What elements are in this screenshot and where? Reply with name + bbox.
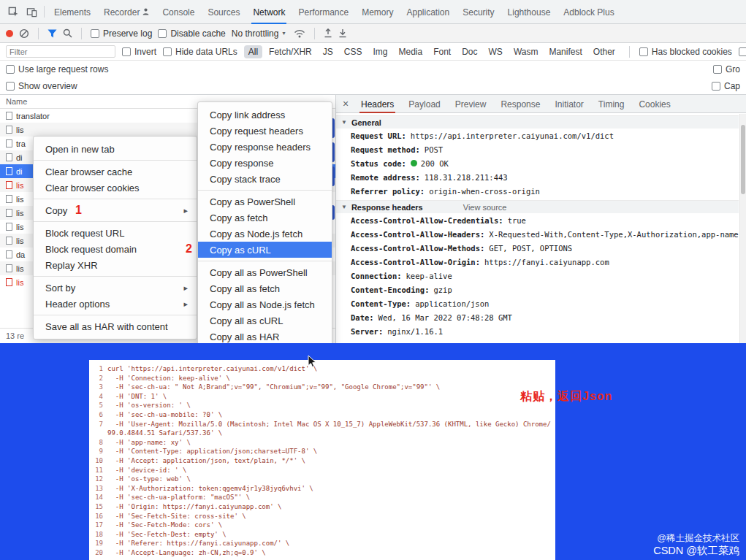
throttling-select[interactable]: No throttling ▾	[232, 28, 286, 39]
filter-chip-doc[interactable]: Doc	[457, 45, 482, 58]
filter-chip-font[interactable]: Font	[429, 45, 455, 58]
tab-recorder[interactable]: Recorder	[97, 0, 156, 24]
menu-item-copy-all-as-powershell[interactable]: Copy all as PowerShell	[198, 264, 332, 280]
invert-checkbox[interactable]: Invert	[122, 47, 156, 57]
menu-item-copy-all-as-curl[interactable]: Copy all as cURL	[198, 312, 332, 329]
header-name: Access-Control-Allow-Methods:	[351, 244, 484, 253]
group-by-frame-checkbox[interactable]: Gro	[713, 64, 740, 74]
hide-data-urls-checkbox[interactable]: Hide data URLs	[163, 47, 237, 57]
header-value: keep-alive	[406, 272, 452, 280]
checkbox-icon[interactable]	[713, 65, 722, 74]
details-tab-headers[interactable]: Headers	[354, 95, 401, 113]
tab-security[interactable]: Security	[456, 0, 500, 24]
checkbox-icon[interactable]	[739, 47, 746, 56]
filter-chip-wasm[interactable]: Wasm	[509, 45, 543, 58]
checkbox-icon[interactable]	[639, 47, 648, 56]
filter-chip-js[interactable]: JS	[319, 45, 338, 58]
menu-item-copy-stack-trace[interactable]: Copy stack trace	[198, 171, 332, 187]
menu-item-label: Copy all as fetch	[210, 283, 280, 294]
details-tab-timing[interactable]: Timing	[591, 95, 632, 113]
details-tab-initiator[interactable]: Initiator	[547, 95, 590, 113]
menu-item-save-all-as-har-with-content[interactable]: Save all as HAR with content	[34, 318, 197, 334]
menu-item-copy-all-as-har[interactable]: Copy all as HAR	[198, 329, 332, 343]
tab-application[interactable]: Application	[400, 0, 457, 24]
filter-chip-other[interactable]: Other	[589, 45, 620, 58]
response-headers-section-header[interactable]: ▼ Response headers View source	[336, 200, 739, 213]
filter-input[interactable]	[6, 45, 115, 58]
use-large-request-rows-checkbox[interactable]: Use large request rows	[6, 64, 108, 74]
tab-lighthouse[interactable]: Lighthouse	[501, 0, 557, 24]
filter-chip-css[interactable]: CSS	[340, 45, 367, 58]
menu-item-copy-link-address[interactable]: Copy link address	[198, 107, 332, 123]
network-conditions-icon[interactable]	[294, 29, 305, 38]
filter-icon[interactable]	[47, 29, 57, 38]
disable-cache-checkbox[interactable]: Disable cache	[158, 28, 225, 39]
export-har-icon[interactable]	[338, 28, 347, 38]
checkbox-icon[interactable]	[122, 47, 131, 56]
scrollbar-thumb[interactable]	[741, 125, 745, 194]
inspect-element-icon[interactable]	[4, 3, 23, 20]
menu-item-open-in-new-tab[interactable]: Open in new tab	[34, 141, 197, 157]
header-value: X-Requested-With,Content-Type,X-Authoriz…	[489, 230, 739, 239]
close-icon[interactable]: ×	[338, 98, 354, 110]
checkbox-icon[interactable]	[158, 29, 167, 38]
filter-chip-manifest[interactable]: Manifest	[544, 45, 586, 58]
filter-chip-img[interactable]: Img	[368, 45, 392, 58]
show-overview-checkbox[interactable]: Show overview	[6, 81, 77, 91]
checkbox-icon[interactable]	[91, 29, 99, 38]
filter-chip-media[interactable]: Media	[394, 45, 427, 58]
checkbox-icon[interactable]	[712, 82, 720, 91]
menu-item-copy-request-headers[interactable]: Copy request headers	[198, 123, 332, 139]
search-icon[interactable]	[63, 28, 72, 38]
tab-performance[interactable]: Performance	[292, 0, 355, 24]
menu-item-copy-all-as-node-js-fetch[interactable]: Copy all as Node.js fetch	[198, 296, 332, 312]
filter-chip-all[interactable]: All	[244, 45, 262, 58]
details-tab-response[interactable]: Response	[493, 95, 547, 113]
tab-adblock-plus[interactable]: Adblock Plus	[557, 0, 620, 24]
file-icon	[6, 153, 12, 161]
menu-item-copy[interactable]: Copy▸	[34, 202, 197, 218]
line-code: -H 'os-version: ' \	[107, 401, 191, 410]
device-toolbar-icon[interactable]	[23, 3, 41, 20]
menu-item-copy-all-as-fetch[interactable]: Copy all as fetch	[198, 280, 332, 296]
tab-sources[interactable]: Sources	[201, 0, 246, 24]
has-blocked-cookies-checkbox[interactable]: Has blocked cookies	[639, 47, 732, 57]
watermark-csdn: CSDN @软工菜鸡	[653, 544, 739, 558]
menu-item-label: Header options	[45, 299, 110, 310]
blocked-requests-checkbox[interactable]: Blocked requests	[739, 47, 746, 57]
tab-elements[interactable]: Elements	[47, 0, 97, 24]
menu-item-copy-as-fetch[interactable]: Copy as fetch	[198, 210, 332, 226]
menu-item-header-options[interactable]: Header options▸	[34, 296, 197, 312]
menu-item-block-request-url[interactable]: Block request URL	[34, 225, 197, 241]
filter-chip-fetch-xhr[interactable]: Fetch/XHR	[264, 45, 316, 58]
menu-item-copy-as-powershell[interactable]: Copy as PowerShell	[198, 193, 332, 210]
tab-network[interactable]: Network	[246, 0, 292, 24]
record-button[interactable]	[6, 30, 13, 37]
terminal-curl-output[interactable]: 1curl 'https://api.interpreter.caiyunai.…	[89, 360, 555, 560]
import-har-icon[interactable]	[324, 28, 332, 38]
checkbox-icon[interactable]	[6, 65, 15, 74]
view-source-link[interactable]: View source	[463, 203, 507, 212]
clear-icon[interactable]	[19, 28, 29, 39]
details-tab-payload[interactable]: Payload	[401, 95, 447, 113]
menu-item-sort-by[interactable]: Sort by▸	[34, 280, 197, 296]
details-tab-preview[interactable]: Preview	[448, 95, 494, 113]
menu-item-copy-response-headers[interactable]: Copy response headers	[198, 139, 332, 155]
capture-screenshots-checkbox[interactable]: Cap	[712, 81, 740, 91]
menu-item-copy-as-node-js-fetch[interactable]: Copy as Node.js fetch	[198, 226, 332, 242]
menu-item-copy-response[interactable]: Copy response	[198, 155, 332, 171]
checkbox-icon[interactable]	[163, 47, 172, 56]
menu-item-replay-xhr[interactable]: Replay XHR	[34, 257, 197, 273]
menu-item-clear-browser-cache[interactable]: Clear browser cache	[34, 164, 197, 180]
details-tab-cookies[interactable]: Cookies	[631, 95, 677, 113]
menu-item-clear-browser-cookies[interactable]: Clear browser cookies	[34, 180, 197, 196]
preserve-log-checkbox[interactable]: Preserve log	[91, 28, 152, 39]
filter-chip-ws[interactable]: WS	[484, 45, 507, 58]
details-scrollbar[interactable]	[739, 114, 746, 343]
general-section-header[interactable]: ▼ General	[336, 115, 739, 129]
tab-memory[interactable]: Memory	[355, 0, 400, 24]
checkbox-icon[interactable]	[6, 82, 15, 91]
menu-item-block-request-domain[interactable]: Block request domain	[34, 241, 197, 257]
tab-console[interactable]: Console	[156, 0, 201, 24]
menu-item-copy-as-curl[interactable]: Copy as cURL	[198, 242, 332, 258]
